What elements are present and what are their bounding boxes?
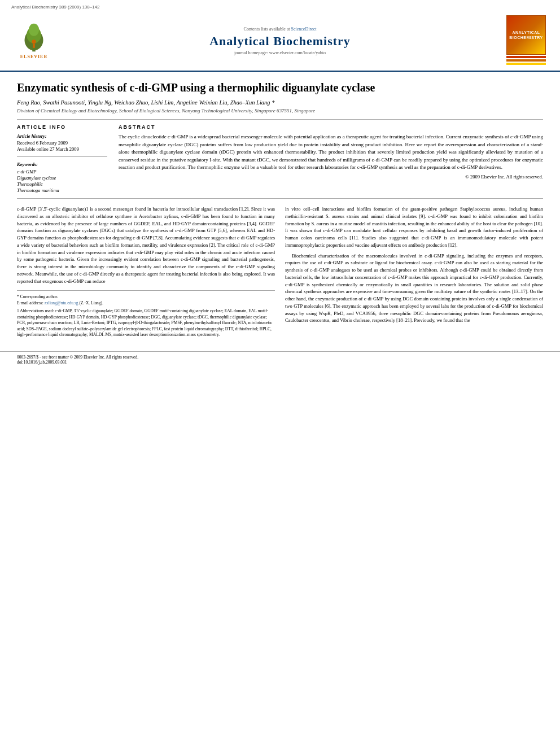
doi-info: doi:10.1016/j.ab.2009.03.031 — [17, 360, 67, 365]
body-text-right: in vitro cell–cell interactions and biof… — [285, 206, 543, 324]
keyword-1: c-di-GMP — [17, 169, 107, 174]
body-para-right-2: Biochemical characterization of the macr… — [285, 252, 543, 325]
main-content: Enzymatic synthesis of c-di-GMP using a … — [0, 72, 560, 347]
svg-rect-5 — [33, 44, 35, 48]
footnote-section: * Corresponding author. E-mail address: … — [17, 290, 275, 338]
body-two-col: c-di-GMP (3′,5′-cyclic diguanylate)1 is … — [17, 206, 543, 338]
footnote-email-label: E-mail address: — [17, 300, 43, 305]
journal-badge: ANALYTICALBIOCHEMISTRY — [504, 15, 549, 66]
body-col-right: in vitro cell–cell interactions and biof… — [285, 206, 543, 338]
body-para-right-1: in vitro cell–cell interactions and biof… — [285, 206, 543, 249]
footnote-star: * Corresponding author. E-mail address: … — [17, 294, 275, 306]
sciencedirect-link[interactable]: ScienceDirect — [291, 27, 317, 32]
history-label: Article history: — [17, 133, 107, 139]
footnote-email-suffix: (Z.-X. Liang). — [79, 300, 103, 305]
article-authors: Feng Rao, Swathi Pasunooti, Yinglu Ng, W… — [17, 99, 543, 106]
page-container: Analytical Biochemistry 389 (2009) 138–1… — [0, 0, 560, 747]
citation-info: Analytical Biochemistry 389 (2009) 138–1… — [11, 5, 100, 10]
copyright-line: © 2009 Elsevier Inc. All rights reserved… — [119, 174, 543, 180]
divider-keywords — [17, 156, 107, 157]
received-date: Received 6 February 2009 — [17, 140, 107, 146]
body-col-left: c-di-GMP (3′,5′-cyclic diguanylate)1 is … — [17, 206, 275, 338]
available-date: Available online 27 March 2009 — [17, 146, 107, 152]
svg-point-4 — [32, 40, 36, 43]
bottom-bar: 0003-2697/$ - see front matter © 2009 El… — [0, 351, 560, 368]
article-history: Article history: Received 6 February 200… — [17, 133, 107, 152]
elsevier-logo: ELSEVIER — [11, 22, 56, 59]
divider-1 — [17, 119, 543, 120]
svg-point-3 — [29, 24, 39, 36]
journal-name: Analytical Biochemistry — [56, 34, 504, 49]
abstract-header: ABSTRACT — [119, 124, 543, 130]
keywords-section: Keywords: c-di-GMP Diguanylate cyclase T… — [17, 161, 107, 193]
keyword-4: Thermotoga maritima — [17, 187, 107, 193]
elsevier-text: ELSEVIER — [20, 54, 47, 59]
footnote-1: 1 Abbreviations used: c-di-GMP, 3′5′-cyc… — [17, 308, 275, 338]
header-main: ELSEVIER Contents lists available at Sci… — [11, 13, 549, 68]
bottom-left: 0003-2697/$ - see front matter © 2009 El… — [17, 355, 138, 365]
journal-homepage: journal homepage: www.elsevier.com/locat… — [56, 50, 504, 55]
article-info-col: ARTICLE INFO Article history: Received 6… — [17, 124, 107, 194]
contents-link: Contents lists available at ScienceDirec… — [56, 27, 504, 32]
article-info-header: ARTICLE INFO — [17, 124, 107, 130]
body-text-left: c-di-GMP (3′,5′-cyclic diguanylate)1 is … — [17, 206, 275, 285]
keywords-label: Keywords: — [17, 161, 107, 167]
keyword-2: Diguanylate cyclase — [17, 175, 107, 181]
badge-lines — [506, 56, 546, 66]
article-info-abstract-cols: ARTICLE INFO Article history: Received 6… — [17, 124, 543, 194]
journal-header: Analytical Biochemistry 389 (2009) 138–1… — [0, 0, 560, 72]
keyword-3: Thermophilic — [17, 181, 107, 187]
divider-body — [17, 198, 543, 199]
abstract-col: ABSTRACT The cyclic dinucleotide c-di-GM… — [119, 124, 543, 194]
journal-top-bar: Analytical Biochemistry 389 (2009) 138–1… — [11, 5, 549, 10]
footnote-email-link[interactable]: zxliang@ntu.edu.sg — [45, 300, 78, 305]
abstract-text: The cyclic dinucleotide c-di-GMP is a wi… — [119, 133, 543, 172]
article-affiliation: Division of Chemical Biology and Biotech… — [17, 108, 543, 113]
journal-title-center: Contents lists available at ScienceDirec… — [56, 27, 504, 55]
issn-info: 0003-2697/$ - see front matter © 2009 El… — [17, 355, 138, 360]
elsevier-tree-icon — [20, 22, 48, 53]
article-title: Enzymatic synthesis of c-di-GMP using a … — [17, 80, 543, 95]
badge-box: ANALYTICALBIOCHEMISTRY — [506, 15, 546, 55]
body-para-1: c-di-GMP (3′,5′-cyclic diguanylate)1 is … — [17, 206, 275, 285]
